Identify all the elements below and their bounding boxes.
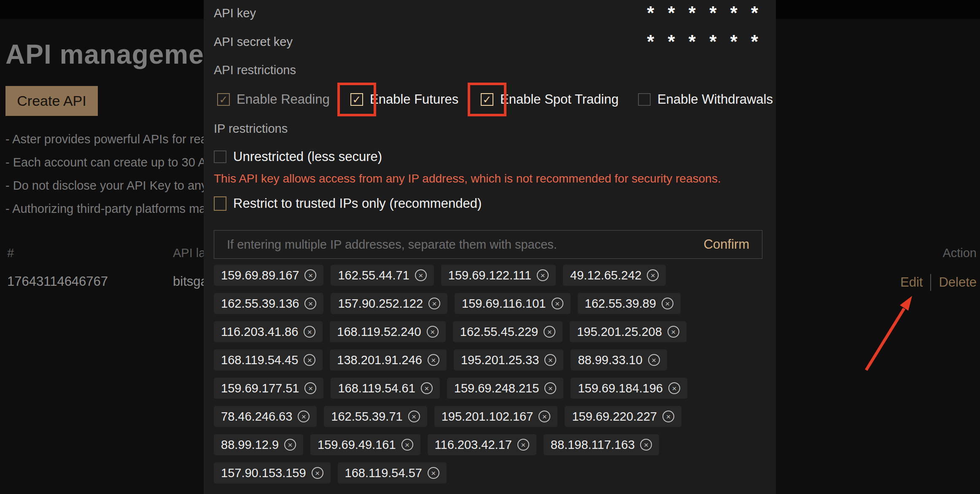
ip-chip-row: 162.55.39.136×157.90.252.122×159.69.116.…: [214, 293, 762, 314]
ip-address: 195.201.25.33: [461, 353, 539, 367]
edit-link[interactable]: Edit: [900, 275, 923, 290]
remove-ip-icon[interactable]: ×: [401, 439, 413, 451]
remove-ip-icon[interactable]: ×: [544, 382, 556, 394]
enable-withdrawals-checkbox[interactable]: [638, 93, 651, 106]
ip-address: 88.198.117.163: [551, 438, 635, 452]
remove-ip-icon[interactable]: ×: [544, 326, 555, 338]
note-line: - Each account can create up to 30 AP: [5, 156, 204, 179]
api-key-masked-value: * * * * * *: [647, 3, 762, 24]
confirm-button[interactable]: Confirm: [703, 237, 749, 252]
ip-chip: 159.69.177.51×: [214, 378, 323, 399]
remove-ip-icon[interactable]: ×: [298, 411, 310, 422]
unrestricted-checkbox[interactable]: [214, 150, 226, 163]
remove-ip-icon[interactable]: ×: [428, 298, 440, 309]
remove-ip-icon[interactable]: ×: [648, 354, 660, 366]
ip-address: 157.90.153.159: [221, 466, 306, 480]
remove-ip-icon[interactable]: ×: [537, 269, 549, 281]
remove-ip-icon[interactable]: ×: [647, 269, 659, 281]
remove-ip-icon[interactable]: ×: [538, 411, 550, 422]
api-settings-modal: API key * * * * * * API secret key * * *…: [204, 0, 776, 494]
checkbox-wrap: ✓: [217, 93, 230, 106]
ip-chip: 168.119.54.57×: [338, 462, 447, 483]
ip-chip: 162.55.39.136×: [214, 293, 323, 314]
remove-ip-icon[interactable]: ×: [304, 269, 316, 281]
delete-link[interactable]: Delete: [939, 275, 977, 290]
action-separator: [930, 274, 931, 291]
remove-ip-icon[interactable]: ×: [284, 439, 296, 451]
ip-chip-grid: 159.69.89.167×162.55.44.71×159.69.122.11…: [214, 265, 762, 483]
ip-address: 162.55.39.136: [221, 297, 299, 311]
ip-input-container: Confirm: [214, 230, 762, 259]
remove-ip-icon[interactable]: ×: [668, 326, 679, 338]
ip-address: 159.69.184.196: [578, 381, 663, 395]
api-secret-key-masked-value: * * * * * *: [647, 31, 762, 52]
row-actions: Edit Delete: [900, 274, 977, 291]
permission-label: Enable Spot Trading: [500, 92, 619, 107]
checkbox-wrap: ✓: [350, 93, 363, 106]
check-icon: ✓: [483, 94, 492, 105]
remove-ip-icon[interactable]: ×: [428, 354, 439, 366]
ip-chip-row: 88.99.12.9×159.69.49.161×116.203.42.17×8…: [214, 434, 762, 455]
ip-chip-row: 78.46.246.63×162.55.39.71×195.201.102.16…: [214, 406, 762, 427]
ip-chip: 159.69.184.196×: [571, 378, 687, 399]
ip-address: 162.55.44.71: [338, 268, 409, 282]
notes-list: - Aster provides powerful APIs for rea -…: [5, 132, 204, 225]
enable-spot-trading-checkbox[interactable]: ✓: [481, 93, 493, 106]
ip-chip: 168.119.52.240×: [330, 321, 445, 342]
enable-reading-checkbox[interactable]: ✓: [217, 93, 230, 106]
table-header-action: Action: [942, 246, 977, 260]
ip-chip-row: 159.69.177.51×168.119.54.61×159.69.248.2…: [214, 378, 762, 399]
ip-address: 195.201.102.167: [442, 410, 533, 424]
ip-address: 159.69.89.167: [221, 268, 299, 282]
ip-address: 88.99.12.9: [221, 438, 279, 452]
ip-address: 78.46.246.63: [221, 410, 292, 424]
annotation-arrow: [856, 289, 919, 378]
api-secret-key-row: API secret key * * * * * *: [214, 33, 762, 51]
remove-ip-icon[interactable]: ×: [427, 326, 439, 338]
remove-ip-icon[interactable]: ×: [415, 269, 427, 281]
checkbox-wrap: [638, 93, 651, 106]
remove-ip-icon[interactable]: ×: [544, 354, 556, 366]
permission-enable-withdrawals: Enable Withdrawals: [638, 83, 773, 116]
table-header-id: #: [7, 246, 14, 260]
ip-chip: 168.119.54.61×: [331, 378, 439, 399]
ip-address: 159.69.122.111: [448, 268, 531, 282]
remove-ip-icon[interactable]: ×: [668, 382, 680, 394]
ip-address: 168.119.54.45: [221, 353, 298, 367]
remove-ip-icon[interactable]: ×: [640, 439, 652, 451]
ip-chip: 162.55.44.71×: [331, 265, 433, 286]
api-key-row: API key * * * * * *: [214, 4, 762, 22]
remove-ip-icon[interactable]: ×: [408, 411, 420, 422]
ip-address-input[interactable]: [227, 238, 695, 252]
remove-ip-icon[interactable]: ×: [304, 382, 316, 394]
ip-chip: 195.201.102.167×: [434, 406, 558, 427]
permission-label: Enable Reading: [237, 92, 330, 107]
ip-address: 116.203.41.86: [221, 325, 298, 339]
remove-ip-icon[interactable]: ×: [304, 354, 315, 366]
remove-ip-icon[interactable]: ×: [552, 298, 563, 309]
ip-chip: 162.55.39.71×: [324, 406, 427, 427]
permissions-row: ✓ Enable Reading ✓ Enable Futures ✓ Enab…: [214, 83, 762, 116]
remove-ip-icon[interactable]: ×: [662, 298, 673, 309]
restrict-row: Restrict to trusted IPs only (recommende…: [214, 196, 762, 211]
restrict-checkbox[interactable]: [214, 196, 226, 211]
checkbox-wrap: ✓: [481, 93, 493, 106]
enable-futures-checkbox[interactable]: ✓: [350, 93, 363, 106]
remove-ip-icon[interactable]: ×: [428, 467, 439, 479]
remove-ip-icon[interactable]: ×: [517, 439, 529, 451]
ip-chip: 195.201.25.33×: [454, 349, 563, 370]
ip-address: 49.12.65.242: [570, 268, 641, 282]
remove-ip-icon[interactable]: ×: [304, 298, 316, 309]
permission-enable-reading: ✓ Enable Reading: [217, 83, 330, 116]
remove-ip-icon[interactable]: ×: [662, 411, 674, 422]
check-icon: ✓: [353, 94, 361, 105]
ip-chip: 159.69.220.227×: [565, 406, 681, 427]
remove-ip-icon[interactable]: ×: [421, 382, 433, 394]
remove-ip-icon[interactable]: ×: [312, 467, 323, 479]
remove-ip-icon[interactable]: ×: [304, 326, 315, 338]
create-api-button[interactable]: Create API: [5, 86, 98, 116]
ip-chip: 168.119.54.45×: [214, 349, 323, 370]
left-panel: API manageme Create API - Aster provides…: [0, 0, 204, 494]
ip-address: 162.55.45.229: [460, 325, 538, 339]
ip-chip: 116.203.41.86×: [214, 321, 323, 342]
